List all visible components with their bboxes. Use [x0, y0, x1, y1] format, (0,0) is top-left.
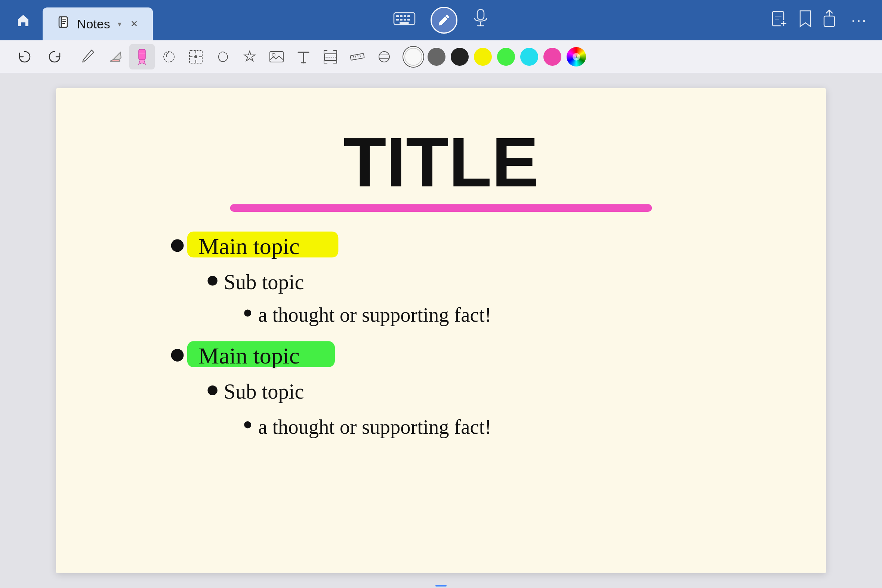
right-controls: ··· — [771, 9, 867, 32]
tab-dropdown[interactable]: ▾ — [118, 20, 122, 28]
svg-line-46 — [358, 55, 358, 56]
canvas-container: TITLE Main topic Sub topic a thought or … — [0, 73, 882, 588]
eraser-tool[interactable] — [102, 44, 128, 69]
svg-point-63 — [207, 386, 217, 395]
svg-rect-8 — [404, 15, 406, 17]
circle-lasso-tool[interactable] — [210, 44, 236, 69]
svg-rect-14 — [400, 22, 409, 24]
tab-icon — [57, 16, 71, 32]
svg-rect-52 — [230, 204, 652, 212]
new-note-button[interactable] — [771, 9, 787, 32]
more-tools-button[interactable] — [371, 44, 397, 69]
svg-text:Main topic: Main topic — [198, 234, 300, 259]
svg-line-47 — [360, 54, 360, 57]
svg-rect-6 — [396, 15, 399, 17]
svg-text:Sub topic: Sub topic — [224, 270, 304, 294]
svg-rect-29 — [139, 49, 146, 60]
svg-rect-53 — [187, 232, 338, 258]
microphone-button[interactable] — [472, 9, 489, 32]
scan-tool[interactable] — [318, 44, 343, 69]
home-button[interactable] — [11, 8, 35, 32]
undo-redo-group — [11, 44, 68, 69]
color-dark-gray[interactable] — [428, 48, 445, 66]
svg-point-31 — [164, 51, 174, 62]
svg-text:Sub topic: Sub topic — [224, 380, 304, 403]
svg-point-48 — [379, 51, 389, 62]
svg-point-58 — [244, 310, 251, 317]
tab-area: Notes ▾ ✕ — [43, 0, 153, 40]
undo-button[interactable] — [11, 44, 37, 69]
svg-line-44 — [353, 56, 353, 57]
svg-rect-7 — [400, 15, 403, 17]
highlighter-tool[interactable] — [129, 44, 155, 69]
color-pink[interactable] — [543, 48, 561, 66]
image-tool[interactable] — [264, 44, 289, 69]
color-cyan[interactable] — [520, 48, 538, 66]
svg-rect-43 — [350, 53, 364, 60]
svg-rect-11 — [400, 19, 403, 21]
keyboard-button[interactable] — [393, 10, 416, 30]
svg-rect-12 — [404, 19, 406, 21]
share-button[interactable] — [823, 9, 840, 32]
svg-rect-25 — [824, 16, 834, 27]
color-black[interactable] — [451, 48, 469, 66]
tab-close-button[interactable]: ✕ — [131, 19, 138, 29]
color-more-button[interactable]: + — [566, 47, 586, 66]
note-page[interactable]: TITLE Main topic Sub topic a thought or … — [56, 88, 826, 573]
color-palette: + — [404, 47, 586, 66]
svg-rect-9 — [407, 15, 410, 17]
select-tool[interactable] — [183, 44, 209, 69]
svg-rect-16 — [477, 9, 484, 20]
color-yellow[interactable] — [474, 48, 492, 66]
notes-tab[interactable]: Notes ▾ ✕ — [43, 8, 153, 40]
svg-rect-13 — [407, 19, 410, 21]
svg-point-33 — [194, 55, 197, 58]
pen-tool-center[interactable] — [431, 7, 457, 34]
color-green[interactable] — [497, 48, 515, 66]
svg-text:TITLE: TITLE — [343, 123, 539, 201]
bookmark-button[interactable] — [799, 9, 812, 32]
svg-rect-10 — [396, 19, 399, 21]
svg-point-61 — [171, 349, 184, 362]
center-controls — [393, 7, 489, 34]
drawing-tools — [75, 44, 397, 69]
svg-point-56 — [207, 276, 217, 285]
more-options-button[interactable]: ··· — [851, 11, 867, 30]
text-tool[interactable] — [291, 44, 316, 69]
top-bar: Notes ▾ ✕ — [0, 0, 882, 40]
svg-text:a thought or supporting fact!: a thought or supporting fact! — [258, 416, 491, 438]
svg-point-54 — [171, 239, 184, 252]
ruler-tool[interactable] — [344, 44, 370, 69]
lasso-tool[interactable] — [156, 44, 182, 69]
svg-point-65 — [244, 422, 251, 429]
redo-button[interactable] — [43, 44, 68, 69]
svg-rect-60 — [187, 341, 335, 367]
svg-text:Main topic: Main topic — [198, 343, 300, 368]
toolbar: + — [0, 40, 882, 73]
svg-rect-38 — [270, 51, 283, 62]
color-white[interactable] — [404, 48, 422, 66]
pen-tool[interactable] — [75, 44, 101, 69]
star-tool[interactable] — [237, 44, 262, 69]
tab-title: Notes — [77, 17, 110, 32]
svg-text:a thought or supporting fact!: a thought or supporting fact! — [258, 303, 491, 326]
svg-point-39 — [272, 53, 275, 56]
svg-line-45 — [355, 55, 356, 57]
